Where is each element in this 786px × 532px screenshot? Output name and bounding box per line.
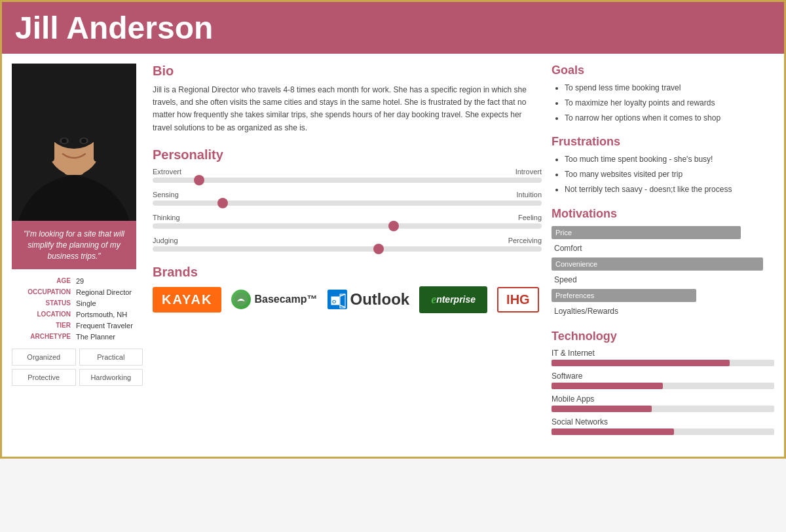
motivation-label: Loyalties/Rewards bbox=[552, 305, 774, 318]
personality-slider-track bbox=[153, 200, 542, 206]
frustration-item: Not terribly tech saavy - doesn;t like t… bbox=[565, 184, 774, 195]
personality-slider-thumb bbox=[388, 221, 399, 231]
basecamp-icon bbox=[231, 290, 251, 309]
tech-bar-container bbox=[552, 406, 774, 412]
trait-item: Hardworking bbox=[79, 369, 143, 386]
page-container: Jill Anderson bbox=[0, 0, 786, 459]
outlook-icon: O bbox=[328, 290, 347, 309]
enterprise-brand: e nterprise bbox=[419, 286, 487, 313]
tech-bar bbox=[552, 406, 652, 412]
archetype-row: ARCHETYPE The Planner bbox=[12, 333, 136, 341]
tech-label: IT & Internet bbox=[552, 349, 774, 358]
goals-title: Goals bbox=[552, 64, 774, 77]
personality-row: Judging Perceiving bbox=[153, 237, 542, 252]
motivation-bar-filled: Preferences bbox=[552, 289, 696, 302]
photo-container: "I'm looking for a site that will simpli… bbox=[12, 64, 136, 269]
occupation-row: OCCUPATION Regional Director bbox=[12, 288, 136, 296]
motivation-item: Comfort bbox=[552, 242, 774, 255]
motivations-title: Motivations bbox=[552, 207, 774, 221]
header: Jill Anderson bbox=[2, 2, 784, 54]
personality-slider-track bbox=[153, 178, 542, 183]
outlook-logo: O Outlook bbox=[328, 290, 410, 309]
status-row: STATUS Single bbox=[12, 299, 136, 307]
age-label: AGE bbox=[12, 277, 71, 285]
basecamp-text: Basecamp™ bbox=[254, 294, 317, 305]
traits-grid: OrganizedPracticalProtectiveHardworking bbox=[12, 349, 143, 386]
svg-rect-7 bbox=[45, 129, 54, 162]
tech-label: Mobile Apps bbox=[552, 394, 774, 404]
personality-section: Personality Extrovert Introvert Sensing … bbox=[153, 147, 542, 252]
motivation-bar-filled: Price bbox=[552, 226, 741, 239]
motivation-label: Speed bbox=[552, 273, 774, 286]
kayak-logo: KAYAK bbox=[153, 287, 221, 313]
archetype-label: ARCHETYPE bbox=[12, 333, 71, 341]
personality-left-label: Sensing bbox=[153, 191, 179, 199]
age-value: 29 bbox=[76, 277, 84, 285]
tech-label: Software bbox=[552, 371, 774, 381]
quote-text: "I'm looking for a site that will simpli… bbox=[24, 229, 124, 261]
tech-bar-container bbox=[552, 428, 774, 435]
tech-bar bbox=[552, 428, 674, 435]
occupation-label: OCCUPATION bbox=[12, 288, 71, 296]
tech-bar-container bbox=[552, 383, 774, 389]
personality-row: Thinking Feeling bbox=[153, 214, 542, 229]
personality-title: Personality bbox=[153, 147, 542, 162]
motivation-item: Convenience bbox=[552, 257, 774, 271]
technology-item: Software bbox=[552, 371, 774, 389]
personality-slider-thumb bbox=[373, 244, 384, 254]
bio-title: Bio bbox=[153, 64, 542, 79]
frustrations-title: Frustrations bbox=[552, 135, 774, 149]
bio-text: Jill is a Regional Director who travels … bbox=[153, 84, 542, 134]
goal-item: To maximize her loyalty points and rewar… bbox=[565, 98, 774, 109]
frustration-item: Too many websites visited per trip bbox=[565, 169, 774, 180]
frustrations-section: Frustrations Too much time spent booking… bbox=[552, 135, 774, 195]
personality-right-label: Intuition bbox=[516, 191, 542, 199]
technology-title: Technology bbox=[552, 330, 774, 343]
outlook-brand: O Outlook bbox=[328, 290, 410, 309]
brands-grid: KAYAK Basecamp™ bbox=[153, 286, 542, 313]
outlook-text: Outlook bbox=[350, 290, 410, 309]
svg-point-11 bbox=[62, 139, 67, 143]
kayak-brand: KAYAK bbox=[153, 287, 221, 313]
trait-item: Practical bbox=[79, 349, 143, 366]
personality-slider-thumb bbox=[194, 175, 204, 185]
svg-point-12 bbox=[81, 139, 86, 143]
person-name: Jill Anderson bbox=[15, 10, 771, 46]
personality-row: Extrovert Introvert bbox=[153, 168, 542, 183]
tier-label: TIER bbox=[12, 322, 71, 330]
right-column: Goals To spend less time booking travelT… bbox=[552, 64, 774, 447]
personality-row: Sensing Intuition bbox=[153, 191, 542, 206]
motivation-item: Preferences bbox=[552, 289, 774, 302]
tech-bar bbox=[552, 360, 730, 366]
motivation-label: Comfort bbox=[552, 242, 774, 255]
personality-slider-thumb bbox=[217, 198, 228, 208]
tech-bar bbox=[552, 383, 663, 389]
profile-photo bbox=[12, 64, 136, 221]
tier-row: TIER Frequent Traveler bbox=[12, 322, 136, 330]
svg-text:O: O bbox=[332, 299, 336, 305]
basecamp-logo: Basecamp™ bbox=[231, 290, 317, 309]
status-value: Single bbox=[76, 299, 96, 307]
ihg-text: IHG bbox=[506, 292, 530, 307]
personality-left-label: Extrovert bbox=[153, 168, 181, 176]
trait-item: Organized bbox=[12, 349, 76, 366]
motivations-section: Motivations PriceComfortConvenienceSpeed… bbox=[552, 207, 774, 318]
motivations-bars: PriceComfortConvenienceSpeedPreferencesL… bbox=[552, 226, 774, 318]
goal-item: To narrow her options when it comes to s… bbox=[565, 113, 774, 124]
technology-item: Mobile Apps bbox=[552, 394, 774, 412]
archetype-value: The Planner bbox=[76, 333, 115, 341]
technology-item: Social Networks bbox=[552, 417, 774, 435]
location-row: LOCATION Portsmouth, NH bbox=[12, 311, 136, 318]
goal-item: To spend less time booking travel bbox=[565, 83, 774, 94]
location-label: LOCATION bbox=[12, 311, 71, 318]
personality-left-label: Thinking bbox=[153, 214, 180, 221]
enterprise-logo: e nterprise bbox=[419, 286, 487, 313]
ihg-logo: IHG bbox=[497, 287, 539, 313]
personality-right-label: Introvert bbox=[515, 168, 542, 176]
brands-title: Brands bbox=[153, 265, 542, 280]
tier-value: Frequent Traveler bbox=[76, 322, 133, 330]
motivation-item: Loyalties/Rewards bbox=[552, 305, 774, 318]
ihg-brand: IHG bbox=[497, 287, 539, 313]
status-label: STATUS bbox=[12, 299, 71, 307]
goals-section: Goals To spend less time booking travelT… bbox=[552, 64, 774, 123]
